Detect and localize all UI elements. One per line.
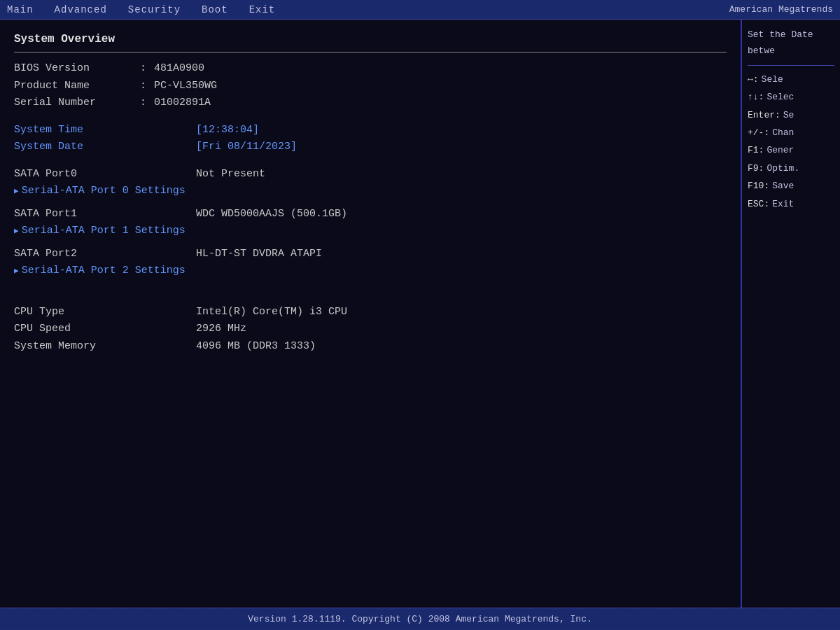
bios-version-label: BIOS Version bbox=[14, 61, 140, 77]
shortcut-f9: F9: Optim. bbox=[748, 160, 834, 176]
product-name-label: Product Name bbox=[14, 78, 140, 94]
key-enter-desc: Se bbox=[783, 107, 794, 123]
menu-item-advanced[interactable]: Advanced bbox=[55, 4, 107, 15]
system-memory-value: 4096 MB (DDR3 1333) bbox=[196, 339, 316, 355]
brand-label: American Megatrends bbox=[729, 4, 833, 15]
key-arrows: ↔: bbox=[748, 71, 759, 88]
product-name-value: PC-VL350WG bbox=[154, 78, 217, 94]
sata0-row: SATA Port0 Not Present bbox=[14, 167, 727, 183]
cpu-section: CPU Type Intel(R) Core(TM) i3 CPU CPU Sp… bbox=[14, 304, 727, 355]
menu-item-boot[interactable]: Boot bbox=[202, 4, 228, 15]
menu-item-exit[interactable]: Exit bbox=[249, 4, 276, 15]
bios-version-value: 481A0900 bbox=[154, 61, 204, 77]
section-divider bbox=[14, 52, 727, 52]
serial-number-label: Serial Number bbox=[14, 95, 140, 111]
key-plusminus: +/-: bbox=[748, 125, 769, 141]
system-memory-label: System Memory bbox=[14, 339, 140, 355]
key-f10-desc: Save bbox=[772, 178, 794, 194]
sidebar: Set the Datebetwe ↔: Sele ↑↓: Selec Ente… bbox=[742, 20, 840, 608]
sata1-row: SATA Port1 WDC WD5000AAJS (500.1GB) bbox=[14, 206, 727, 223]
shortcut-arrows: ↔: Sele bbox=[748, 71, 834, 88]
key-enter: Enter: bbox=[748, 107, 780, 123]
content-panel: System Overview BIOS Version : 481A0900 … bbox=[0, 20, 742, 608]
sata2-row: SATA Port2 HL-DT-ST DVDRA ATAPI bbox=[14, 246, 727, 262]
sata0-value: Not Present bbox=[196, 167, 265, 183]
cpu-speed-value: 2926 MHz bbox=[196, 321, 246, 337]
serial-number-row: Serial Number : 01002891A bbox=[14, 95, 727, 111]
version-text: Version 1.28.1119. Copyright (C) 2008 Am… bbox=[248, 614, 592, 624]
key-plusminus-desc: Chan bbox=[772, 125, 794, 141]
sata2-value: HL-DT-ST DVDRA ATAPI bbox=[196, 246, 322, 262]
sata1-group: SATA Port1 WDC WD5000AAJS (500.1GB) Seri… bbox=[14, 206, 727, 239]
key-f1: F1: bbox=[748, 142, 764, 158]
menu-item-main[interactable]: Main bbox=[7, 4, 34, 15]
sata2-label: SATA Port2 bbox=[14, 246, 140, 262]
sidebar-help-text: Set the Datebetwe bbox=[748, 27, 834, 59]
cpu-type-row: CPU Type Intel(R) Core(TM) i3 CPU bbox=[14, 304, 727, 321]
sata0-group: SATA Port0 Not Present Serial-ATA Port 0… bbox=[14, 167, 727, 200]
shortcut-f10: F10: Save bbox=[748, 178, 834, 194]
sata0-submenu[interactable]: Serial-ATA Port 0 Settings bbox=[14, 183, 727, 200]
key-esc: ESC: bbox=[748, 196, 769, 212]
product-name-row: Product Name : PC-VL350WG bbox=[14, 78, 727, 94]
sata2-group: SATA Port2 HL-DT-ST DVDRA ATAPI Serial-A… bbox=[14, 246, 727, 279]
bios-version-row: BIOS Version : 481A0900 bbox=[14, 61, 727, 77]
cpu-speed-row: CPU Speed 2926 MHz bbox=[14, 321, 727, 337]
section-title: System Overview bbox=[14, 31, 727, 48]
shortcut-esc: ESC: Exit bbox=[748, 196, 834, 212]
key-arrows-desc: Sele bbox=[762, 71, 783, 88]
key-f9: F9: bbox=[748, 160, 764, 176]
sata0-label: SATA Port0 bbox=[14, 167, 140, 183]
cpu-speed-label: CPU Speed bbox=[14, 321, 140, 337]
shortcut-enter: Enter: Se bbox=[748, 107, 834, 123]
shortcut-plusminus: +/-: Chan bbox=[748, 125, 834, 141]
sata1-value: WDC WD5000AAJS (500.1GB) bbox=[196, 206, 347, 223]
cpu-type-label: CPU Type bbox=[14, 304, 140, 321]
system-time-label[interactable]: System Time bbox=[14, 122, 140, 139]
system-date-label[interactable]: System Date bbox=[14, 139, 140, 155]
key-f1-desc: Gener bbox=[766, 142, 794, 158]
shortcut-f1: F1: Gener bbox=[748, 142, 834, 158]
key-f10: F10: bbox=[748, 178, 769, 194]
sidebar-separator bbox=[748, 65, 834, 66]
cpu-type-value: Intel(R) Core(TM) i3 CPU bbox=[196, 304, 347, 321]
serial-number-value: 01002891A bbox=[154, 95, 211, 111]
key-esc-desc: Exit bbox=[772, 196, 794, 212]
sata2-submenu[interactable]: Serial-ATA Port 2 Settings bbox=[14, 263, 727, 279]
bottom-bar: Version 1.28.1119. Copyright (C) 2008 Am… bbox=[0, 608, 840, 630]
sata1-label: SATA Port1 bbox=[14, 206, 140, 223]
system-date-value[interactable]: [Fri 08/11/2023] bbox=[196, 139, 297, 155]
sata1-submenu[interactable]: Serial-ATA Port 1 Settings bbox=[14, 223, 727, 239]
key-updown: ↑↓: bbox=[748, 89, 764, 105]
shortcut-updown: ↑↓: Selec bbox=[748, 89, 834, 105]
key-updown-desc: Selec bbox=[766, 89, 794, 105]
system-memory-row: System Memory 4096 MB (DDR3 1333) bbox=[14, 339, 727, 355]
system-time-row[interactable]: System Time [12:38:04] bbox=[14, 122, 727, 139]
key-f9-desc: Optim. bbox=[766, 160, 799, 176]
top-menu-bar: Main Advanced Security Boot Exit America… bbox=[0, 0, 840, 20]
menu-item-security[interactable]: Security bbox=[128, 4, 181, 15]
system-date-row[interactable]: System Date [Fri 08/11/2023] bbox=[14, 139, 727, 155]
system-time-value[interactable]: [12:38:04] bbox=[196, 122, 259, 139]
main-area: System Overview BIOS Version : 481A0900 … bbox=[0, 20, 840, 608]
